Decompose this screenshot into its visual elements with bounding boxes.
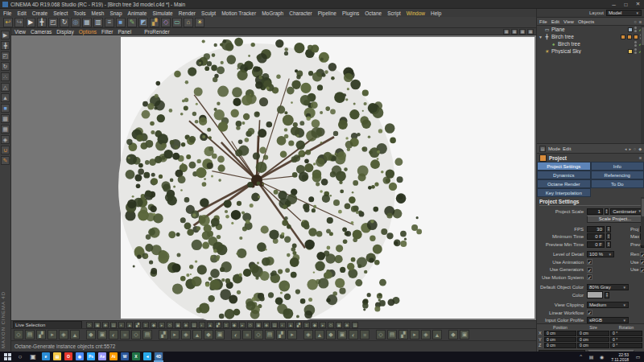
command-icon[interactable]: ◆	[448, 330, 458, 339]
active-tool-label[interactable]: Live Selection	[13, 321, 82, 329]
tab-referencing[interactable]: Referencing	[591, 171, 644, 179]
editor-visibility-dot[interactable]	[634, 48, 637, 51]
menu-mograph[interactable]: MoGraph	[262, 10, 283, 16]
palette-icon[interactable]: ▲	[207, 322, 213, 328]
command-icon[interactable]: ◐	[109, 330, 118, 339]
scale-tool-icon[interactable]: ◰	[1, 51, 10, 60]
rotate-tool-icon[interactable]: ↻	[1, 62, 10, 71]
menu-file[interactable]: File	[3, 10, 11, 16]
object-tag-icon[interactable]	[628, 27, 633, 32]
editor-visibility-dot[interactable]	[634, 41, 637, 43]
checkbox[interactable]: ✓	[587, 259, 592, 265]
attr-scrollbar[interactable]	[641, 197, 644, 245]
tab-key-interpolation[interactable]: Key Interpolation	[537, 188, 591, 197]
palette-icon[interactable]: ▸	[159, 322, 165, 328]
minimize-button[interactable]: ─	[608, 2, 620, 7]
mode-menu[interactable]: Mode	[548, 146, 560, 151]
viewport-menu-display[interactable]: Display	[56, 29, 73, 35]
snap-icon[interactable]: ◈	[1, 135, 10, 144]
checkbox[interactable]: ✓	[587, 267, 592, 273]
palette-icon[interactable]: ◈	[263, 322, 270, 328]
palette-icon[interactable]: ▤	[191, 322, 197, 328]
palette-icon[interactable]: ▣	[175, 322, 181, 328]
tab-dynamics[interactable]: Dynamics	[537, 171, 591, 179]
palette-icon[interactable]: ◇	[328, 322, 334, 328]
taskbar-app-file-explorer[interactable]: ▤	[52, 352, 62, 362]
object-row-birch-tree[interactable]: ♠Birch tree✓	[537, 40, 644, 47]
move-tool-icon[interactable]: ╋	[1, 41, 10, 50]
command-icon[interactable]: ≡	[242, 330, 252, 339]
coord-field-y-1[interactable]: 0 cm	[577, 337, 609, 343]
palette-icon[interactable]: ◇	[86, 322, 93, 328]
visibility-dots[interactable]	[634, 27, 637, 32]
palette-icon[interactable]: ≡	[142, 322, 149, 328]
menu-create[interactable]: Create	[32, 10, 48, 16]
viewport-menu-filter[interactable]: Filter	[101, 29, 113, 35]
command-icon[interactable]: ▞	[276, 330, 286, 339]
viewport-canvas[interactable]	[11, 35, 536, 320]
color-swatch[interactable]	[587, 291, 603, 298]
attr-lock-icon[interactable]: ◆	[638, 146, 642, 151]
workplane-icon[interactable]: ▦	[1, 125, 10, 134]
spline-pen-icon[interactable]: ✎	[127, 18, 137, 27]
tab-to-do[interactable]: To Do	[591, 179, 644, 188]
checkbox[interactable]: ✓	[587, 274, 592, 280]
om-menu-edit[interactable]: Edit	[551, 19, 559, 24]
editor-visibility-dot[interactable]	[634, 27, 637, 29]
palette-icon[interactable]: ▞	[215, 322, 221, 328]
command-icon[interactable]: ▞	[36, 330, 46, 339]
redo-icon[interactable]: ↪	[14, 18, 24, 27]
menu-mesh[interactable]: Mesh	[91, 10, 104, 16]
om-search-icon[interactable]: ○	[634, 19, 636, 24]
om-menu-file[interactable]: File	[539, 19, 547, 24]
menu-tools[interactable]: Tools	[73, 10, 85, 16]
palette-icon[interactable]: ◐	[118, 322, 125, 328]
selection-tool-icon[interactable]: ▶	[1, 31, 10, 39]
command-icon[interactable]: ◈	[59, 330, 68, 339]
command-icon[interactable]: ◇	[14, 330, 23, 339]
dropdown[interactable]: 100 %▼	[587, 251, 614, 257]
object-row-birch-tree[interactable]: ▼╋Birch tree	[537, 33, 644, 40]
command-icon[interactable]: ≡	[120, 330, 130, 339]
command-icon[interactable]: ▲	[192, 330, 202, 339]
palette-icon[interactable]: ▤	[110, 322, 117, 328]
palette-icon[interactable]: ◆	[231, 322, 237, 328]
coord-field-z-0[interactable]: 0 cm	[544, 343, 576, 348]
command-icon[interactable]: ◇	[254, 330, 263, 339]
palette-icon[interactable]: ▞	[295, 322, 302, 328]
coord-field-z-1[interactable]: 0 cm	[577, 343, 609, 348]
visibility-dots[interactable]	[634, 41, 637, 47]
dropdown[interactable]: Centimeter▼	[610, 208, 644, 215]
command-icon[interactable]: ▣	[337, 330, 347, 339]
palette-icon[interactable]: ▸	[320, 322, 326, 328]
command-icon[interactable]: ▣	[97, 330, 107, 339]
render-settings-icon[interactable]: ≡	[105, 18, 114, 27]
command-icon[interactable]: ▤	[25, 330, 35, 339]
command-icon[interactable]: ▞	[398, 330, 408, 339]
section-header[interactable]: Project Settings	[539, 198, 642, 206]
light-icon[interactable]: ☀	[195, 18, 204, 27]
command-icon[interactable]: ◐	[231, 330, 241, 339]
coord-field-y-2[interactable]: 0 °	[610, 337, 642, 343]
palette-icon[interactable]: ◈	[344, 322, 350, 328]
render-visibility-dot[interactable]	[634, 44, 637, 47]
stepper-arrows[interactable]: ▲▼	[605, 292, 609, 298]
menu-window[interactable]: Window	[407, 10, 425, 16]
palette-icon[interactable]: ◈	[102, 322, 109, 328]
stepper-arrows[interactable]: ▲▼	[605, 208, 609, 215]
tab-project-settings[interactable]: Project Settings	[537, 162, 591, 171]
coord-field-z-2[interactable]: 0 °	[610, 343, 642, 348]
history-back-icon[interactable]: ◂	[625, 146, 627, 151]
menu-sculpt[interactable]: Sculpt	[201, 10, 216, 16]
maximize-button[interactable]: □	[620, 2, 632, 7]
scale-project-button[interactable]: Scale Project...	[587, 216, 643, 223]
command-icon[interactable]: ◈	[303, 330, 313, 339]
dropdown[interactable]: sRGB▼	[587, 317, 629, 323]
render-visibility-dot[interactable]	[634, 30, 637, 32]
command-icon[interactable]: ◇	[376, 330, 386, 339]
command-icon[interactable]: ▸	[170, 330, 180, 339]
palette-icon[interactable]: ◆	[151, 322, 157, 328]
attr-search-icon[interactable]: ○	[634, 146, 636, 151]
command-icon[interactable]: ▤	[387, 330, 397, 339]
task-view-icon[interactable]: ▣	[28, 353, 38, 360]
